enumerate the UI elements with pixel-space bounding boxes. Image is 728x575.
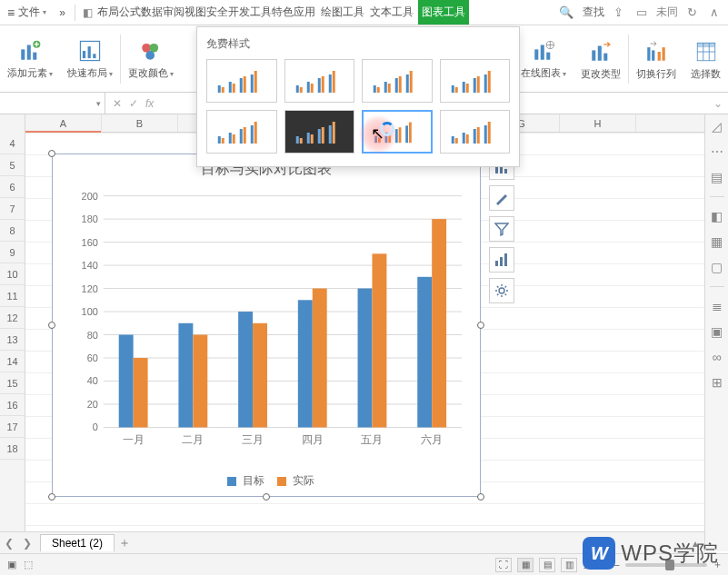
row-header[interactable]: 15 (0, 372, 25, 394)
resize-handle[interactable] (48, 150, 55, 157)
row-header[interactable]: 11 (0, 285, 25, 307)
style-thumb-6[interactable] (284, 110, 355, 154)
row-header[interactable]: 7 (0, 198, 25, 220)
side-layers-icon[interactable]: ▤ (709, 169, 725, 185)
chart-stats-button[interactable] (489, 247, 514, 273)
tab-draw-tools[interactable]: 绘图工具 (320, 0, 365, 25)
tabs-compact[interactable]: 布局公式数据审阅视图安全开发工具特色应用 (96, 0, 316, 25)
fx-enter-icon[interactable]: ✓ (129, 97, 138, 110)
fx-cancel-icon[interactable]: ✕ (113, 97, 122, 110)
svg-rect-60 (222, 138, 224, 144)
file-menu[interactable]: ≡ 文件 ▾ (0, 0, 54, 25)
resize-handle[interactable] (477, 493, 484, 501)
column-header[interactable]: H (560, 114, 636, 132)
search-label[interactable]: 查找 (583, 5, 604, 20)
side-select-icon[interactable]: ◿ (709, 118, 725, 134)
svg-text:20: 20 (87, 399, 98, 410)
name-box[interactable]: ▾ (0, 93, 105, 114)
style-thumb-2[interactable] (284, 59, 355, 103)
add-sheet-button[interactable]: ＋ (115, 535, 135, 551)
style-thumb-7[interactable] (362, 110, 433, 154)
hamburger-icon: ≡ (7, 5, 15, 20)
record-macro-icon[interactable]: ▣ (7, 559, 16, 570)
chart-plot-area[interactable]: 020406080100120140160180200一月二月三月四月五月六月 (62, 185, 471, 456)
row-header[interactable]: 6 (0, 176, 25, 198)
chart-settings-button[interactable] (489, 278, 514, 303)
side-more-icon[interactable]: ⋯ (709, 144, 725, 160)
side-shape-icon[interactable]: ◧ (709, 208, 725, 224)
row-header[interactable]: 10 (0, 263, 25, 285)
fullscreen-icon[interactable]: ⛶ (495, 558, 512, 572)
chart-legend[interactable]: 目标 实际 (53, 473, 480, 489)
row-header[interactable]: 13 (0, 329, 25, 351)
resize-handle[interactable] (477, 322, 484, 329)
side-box-icon[interactable]: ▢ (709, 259, 725, 275)
view-normal-icon[interactable]: ▦ (517, 558, 534, 572)
chart-style-button[interactable] (489, 185, 514, 211)
column-header[interactable]: A (25, 114, 102, 132)
sync-icon[interactable]: ↻ (683, 5, 701, 19)
worksheet-area: ABGH 456789101112131415161718 目标与实际对比图表 … (0, 114, 704, 551)
resize-handle[interactable] (48, 493, 55, 501)
svg-rect-57 (484, 74, 486, 93)
side-calc-icon[interactable]: ⊞ (709, 374, 725, 391)
sheet-tab[interactable]: Sheet1 (2) (40, 534, 115, 551)
svg-rect-73 (328, 125, 331, 144)
collapse-ribbon-icon[interactable]: ∧ (706, 5, 723, 19)
svg-rect-58 (487, 71, 490, 93)
sheet-nav-next[interactable]: ❯ (18, 537, 36, 550)
view-pagelayout-icon[interactable]: ▤ (539, 558, 555, 572)
tab-prev[interactable]: ◧ (79, 0, 96, 25)
view-pagebreak-icon[interactable]: ▥ (561, 558, 577, 572)
side-link-icon[interactable]: ∞ (709, 349, 725, 365)
side-bars-icon[interactable]: ≣ (709, 298, 725, 314)
sheet-nav-prev[interactable]: ❮ (0, 537, 18, 550)
svg-rect-41 (328, 74, 331, 93)
svg-rect-18 (647, 47, 650, 61)
ribbon-change-color[interactable]: 更改颜色 (121, 25, 181, 92)
row-header[interactable]: 18 (0, 438, 25, 460)
chart-filter-button[interactable] (489, 216, 514, 242)
style-thumb-8[interactable] (440, 110, 511, 154)
sheet-grid[interactable]: 目标与实际对比图表 020406080100120140160180200一月二… (25, 133, 704, 551)
fx-icon[interactable]: fx (145, 97, 154, 110)
row-header[interactable]: 9 (0, 242, 25, 263)
svg-rect-113 (119, 335, 134, 428)
expand-fx-icon[interactable]: ⌄ (708, 97, 728, 110)
row-header[interactable]: 14 (0, 351, 25, 372)
ribbon-quick-layout[interactable]: 快速布局 (60, 25, 120, 92)
row-header[interactable]: 5 (0, 154, 25, 176)
thumb-chart-icon (211, 114, 273, 147)
embedded-chart[interactable]: 目标与实际对比图表 020406080100120140160180200一月二… (52, 154, 481, 497)
style-thumb-4[interactable] (440, 59, 511, 103)
style-thumb-3[interactable] (362, 59, 433, 103)
window-icon[interactable]: ▭ (633, 5, 651, 19)
column-header[interactable]: B (102, 114, 178, 132)
share-icon[interactable]: ⇪ (610, 5, 627, 19)
menu-more[interactable]: » (54, 6, 71, 19)
ribbon-select-data[interactable]: 选择数 (683, 25, 728, 92)
thumb-chart-icon (289, 64, 351, 96)
row-header[interactable]: 17 (0, 416, 25, 438)
switch-rowcol-icon (643, 39, 669, 64)
side-grid-icon[interactable]: ▦ (709, 233, 725, 250)
ribbon-change-type[interactable]: 更改类型 (573, 25, 628, 92)
row-header[interactable]: 12 (0, 307, 25, 329)
svg-rect-131 (495, 167, 498, 173)
resize-handle[interactable] (48, 322, 55, 329)
ribbon-switch-rowcol[interactable]: 切换行列 (629, 25, 683, 92)
svg-rect-6 (88, 46, 91, 58)
resize-handle[interactable] (263, 493, 270, 501)
search-icon[interactable]: 🔍 (555, 5, 577, 19)
svg-text:0: 0 (93, 421, 98, 432)
row-header[interactable]: 16 (0, 394, 25, 416)
tab-text-tools[interactable]: 文本工具 (369, 0, 414, 25)
style-thumb-5[interactable] (206, 110, 277, 154)
tab-chart-tools[interactable]: 图表工具 (418, 0, 469, 25)
ribbon-online-chart[interactable]: 在线图表 (514, 25, 573, 92)
style-thumb-1[interactable] (206, 59, 277, 103)
ribbon-add-element[interactable]: 添加元素 (0, 25, 60, 92)
row-header[interactable]: 8 (0, 220, 25, 242)
row-header[interactable]: 4 (0, 133, 25, 154)
side-image-icon[interactable]: ▣ (709, 323, 725, 340)
